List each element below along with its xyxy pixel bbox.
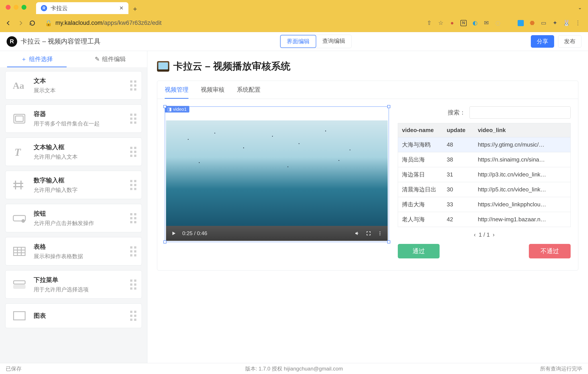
menu-icon[interactable]: ⋮ <box>575 20 581 26</box>
table-row[interactable]: 大海与海鸥48https://y.gtimg.cn/music/… <box>398 137 571 152</box>
ext-icon[interactable]: ◐ <box>472 20 478 26</box>
resize-handle[interactable] <box>163 240 167 243</box>
volume-icon[interactable] <box>354 231 360 236</box>
sidebar-tab-add[interactable]: ＋ 组件选择 <box>0 51 74 67</box>
pager-next-icon[interactable]: › <box>492 231 496 238</box>
table-row[interactable]: 海员出海38https://n.sinaimg.cn/sina… <box>398 152 571 167</box>
drag-handle-icon[interactable] <box>130 147 136 157</box>
reject-button[interactable]: 不通过 <box>529 244 571 258</box>
table-header[interactable]: update <box>443 123 474 137</box>
component-desc: 允许用户输入数字 <box>34 186 125 194</box>
forward-icon[interactable] <box>17 19 24 27</box>
sidebar-tabs: ＋ 组件选择 ✎ 组件编辑 <box>0 51 147 67</box>
component-text: 容器用于将多个组件集合在一起 <box>34 110 125 127</box>
component-card[interactable]: 容器用于将多个组件集合在一起 <box>5 104 142 133</box>
ext-icon[interactable] <box>518 20 524 26</box>
puzzle-icon[interactable]: ✦ <box>552 20 558 26</box>
edit-icon: ✎ <box>95 56 100 63</box>
ext-icon[interactable]: ● <box>449 20 455 26</box>
chevron-down-icon[interactable]: ⌄ <box>578 5 582 10</box>
component-card[interactable]: 按钮允许用户点击并触发操作 <box>5 204 142 232</box>
table-cell: 海边落日 <box>398 167 443 182</box>
component-card[interactable]: 表格展示和操作表格数据 <box>5 237 142 265</box>
table-header[interactable]: video-name <box>398 123 443 137</box>
drag-handle-icon[interactable] <box>130 311 136 321</box>
ext-icon[interactable]: 🐰 <box>563 20 569 26</box>
close-window-icon[interactable] <box>6 5 10 10</box>
number-icon <box>11 178 28 192</box>
reload-icon[interactable] <box>29 19 36 27</box>
drag-handle-icon[interactable] <box>130 180 136 190</box>
browser-tab[interactable]: R 卡拉云 ✕ <box>36 2 128 14</box>
sidebar-tab-edit[interactable]: ✎ 组件编辑 <box>74 51 147 67</box>
component-card[interactable]: 图表 <box>5 303 142 328</box>
sidebar: ＋ 组件选择 ✎ 组件编辑 Aa文本展示文本容器用于将多个组件集合在一起T文本输… <box>0 51 147 363</box>
component-card[interactable]: T文本输入框允许用户输入文本 <box>5 138 142 166</box>
table-cell: http://new-img1.bazaar.n… <box>474 212 571 227</box>
svg-point-12 <box>379 234 380 235</box>
component-card[interactable]: 数字输入框允许用户输入数字 <box>5 171 142 199</box>
ext-icon[interactable]: ▭ <box>540 20 547 26</box>
ext-icon[interactable]: N <box>461 20 467 26</box>
fullscreen-icon[interactable] <box>366 231 371 236</box>
drag-handle-icon[interactable] <box>130 114 136 124</box>
table-row[interactable]: 搏击大海33https://video_linkpphclou… <box>398 197 571 212</box>
window-controls[interactable] <box>6 5 26 10</box>
maximize-window-icon[interactable] <box>21 5 26 10</box>
panel-tab[interactable]: 系统配置 <box>237 86 261 99</box>
drag-handle-icon[interactable] <box>130 246 136 256</box>
panel-tabs: 视频管理视频审核系统配置 <box>157 81 578 99</box>
table-row[interactable]: 海边落日31http://p3.itc.cn/video_link… <box>398 167 571 182</box>
search-input[interactable] <box>470 106 571 119</box>
table-row[interactable]: 清晨海边日出30http://p5.itc.cn/video_link… <box>398 182 571 197</box>
mode-editor-tab[interactable]: 界面编辑 <box>280 35 316 48</box>
table-cell: 33 <box>443 197 474 212</box>
ext-icon[interactable] <box>506 20 512 26</box>
resize-handle[interactable] <box>387 240 390 243</box>
video-table: video-nameupdatevideo_link 大海与海鸥48https:… <box>398 123 571 227</box>
drag-handle-icon[interactable] <box>130 280 136 290</box>
new-tab-button[interactable]: ＋ <box>132 4 138 11</box>
pager-prev-icon[interactable]: ‹ <box>472 231 477 238</box>
mail-icon[interactable]: ✉ <box>483 20 490 26</box>
play-icon[interactable] <box>171 231 177 236</box>
url-field[interactable]: 🔒 my.kalacloud.com/apps/kw67r63z6z/edit <box>41 17 420 29</box>
table-row[interactable]: 老人与海42http://new-img1.bazaar.n… <box>398 212 571 227</box>
app-body: ＋ 组件选择 ✎ 组件编辑 Aa文本展示文本容器用于将多个组件集合在一起T文本输… <box>0 51 588 363</box>
share-button[interactable]: 分享 <box>531 35 554 48</box>
more-icon[interactable] <box>377 231 383 236</box>
table-cell: http://p3.itc.cn/video_link… <box>474 167 571 182</box>
video-component[interactable]: ◨ video1 0:25 / 0:46 <box>165 106 389 242</box>
component-list[interactable]: Aa文本展示文本容器用于将多个组件集合在一起T文本输入框允许用户输入文本数字输入… <box>0 67 147 363</box>
plus-icon: ＋ <box>21 55 27 63</box>
component-card[interactable]: Aa文本展示文本 <box>5 71 142 100</box>
ext-icon[interactable]: ◌ <box>495 20 501 26</box>
component-card[interactable]: 下拉菜单用于允许用户选择选项 <box>5 270 142 299</box>
back-icon[interactable] <box>5 19 12 27</box>
svg-point-11 <box>379 233 380 234</box>
star-icon[interactable]: ☆ <box>438 20 444 26</box>
drag-handle-icon[interactable] <box>130 81 136 91</box>
status-bar: 已保存 版本: 1.7.0 授权 hijiangchuan@gmail.com … <box>0 363 588 374</box>
component-title: 表格 <box>34 243 125 251</box>
close-tab-icon[interactable]: ✕ <box>119 5 124 11</box>
svg-rect-6 <box>14 247 25 256</box>
publish-button[interactable]: 发布 <box>558 35 581 48</box>
table-cell: http://p5.itc.cn/video_link… <box>474 182 571 197</box>
svg-point-10 <box>379 231 380 232</box>
drag-handle-icon[interactable] <box>130 213 136 223</box>
pass-button[interactable]: 通过 <box>398 244 440 258</box>
mode-query-tab[interactable]: 查询编辑 <box>316 35 351 48</box>
resize-handle[interactable] <box>163 105 167 108</box>
video-frame <box>166 121 388 226</box>
table-cell: 搏击大海 <box>398 197 443 212</box>
panel-tab[interactable]: 视频管理 <box>165 86 189 99</box>
panel-tab[interactable]: 视频审核 <box>201 86 224 99</box>
right-column: 搜索： video-nameupdatevideo_link 大海与海鸥48ht… <box>398 106 571 258</box>
share-icon[interactable]: ⇧ <box>426 20 432 26</box>
table-header[interactable]: video_link <box>474 123 571 137</box>
ext-icon[interactable]: ⬣ <box>529 20 535 26</box>
svg-rect-9 <box>14 312 25 320</box>
resize-handle[interactable] <box>387 105 390 108</box>
minimize-window-icon[interactable] <box>14 5 19 10</box>
